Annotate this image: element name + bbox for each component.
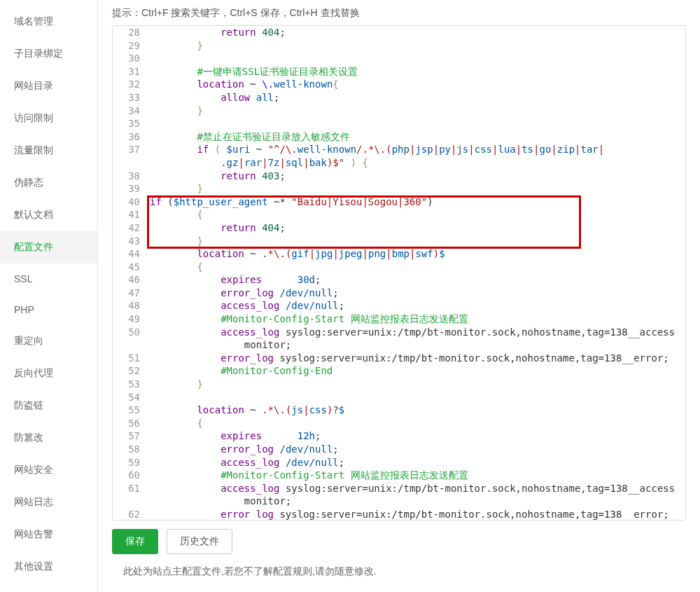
line-content[interactable]: return 404; xyxy=(147,221,685,235)
save-button[interactable]: 保存 xyxy=(112,529,158,554)
code-line[interactable]: 61 access_log syslog:server=unix:/tmp/bt… xyxy=(113,482,685,495)
line-number: 54 xyxy=(113,391,147,404)
code-line[interactable]: 58 error_log /dev/null; xyxy=(113,443,685,456)
line-content[interactable]: { xyxy=(147,417,685,430)
code-line[interactable]: 31 #一键申请SSL证书验证目录相关设置 xyxy=(113,65,685,78)
sidebar-item-7[interactable]: 配置文件 xyxy=(0,231,97,263)
line-content[interactable]: return 403; xyxy=(147,170,685,183)
line-content[interactable]: } xyxy=(147,235,685,248)
line-content[interactable]: allow all; xyxy=(147,91,685,104)
code-line[interactable]: 47 error_log /dev/null; xyxy=(113,287,685,300)
sidebar-item-5[interactable]: 伪静态 xyxy=(0,167,97,199)
line-content[interactable]: expires 30d; xyxy=(147,273,685,287)
line-content[interactable]: error_log /dev/null; xyxy=(147,287,685,300)
line-content[interactable]: expires 12h; xyxy=(147,429,685,443)
sidebar-item-6[interactable]: 默认文档 xyxy=(0,199,97,231)
line-content[interactable]: #禁止在证书验证目录放入敏感文件 xyxy=(147,130,685,144)
code-line[interactable]: 46 expires 30d; xyxy=(113,273,685,287)
line-content[interactable]: access_log /dev/null; xyxy=(147,456,685,469)
line-number: 52 xyxy=(113,364,147,378)
code-line[interactable]: 44 location ~ .*\.(gif|jpg|jpeg|png|bmp|… xyxy=(113,247,685,261)
sidebar-item-15[interactable]: 网站日志 xyxy=(0,486,97,518)
sidebar-item-1[interactable]: 子目录绑定 xyxy=(0,38,97,70)
code-line[interactable]: 54 xyxy=(113,391,685,404)
sidebar-item-8[interactable]: SSL xyxy=(0,263,97,294)
line-content[interactable]: monitor; xyxy=(147,338,685,352)
code-line[interactable]: 60 #Monitor-Config-Start 网站监控报表日志发送配置 xyxy=(113,469,685,482)
code-line[interactable]: 39 } xyxy=(113,182,685,195)
line-content[interactable] xyxy=(147,52,685,65)
code-line[interactable]: 28 return 404; xyxy=(113,26,685,39)
code-line[interactable]: 50 access_log syslog:server=unix:/tmp/bt… xyxy=(113,326,685,339)
code-line[interactable]: 35 xyxy=(113,117,685,130)
code-line[interactable]: 43 } xyxy=(113,235,685,248)
code-line[interactable]: 45 { xyxy=(113,261,685,274)
line-content[interactable]: #一键申请SSL证书验证目录相关设置 xyxy=(147,65,685,78)
sidebar-item-13[interactable]: 防篡改 xyxy=(0,422,97,454)
code-line[interactable]: monitor; xyxy=(113,495,685,508)
line-content[interactable]: location ~ \.well-known{ xyxy=(147,78,685,91)
line-content[interactable]: #Monitor-Config-Start 网站监控报表日志发送配置 xyxy=(147,312,685,326)
line-content[interactable]: access_log syslog:server=unix:/tmp/bt-mo… xyxy=(147,326,685,339)
code-line[interactable]: .gz|rar|7z|sql|bak)$" ) { xyxy=(113,156,685,170)
sidebar-item-3[interactable]: 访问限制 xyxy=(0,102,97,135)
line-content[interactable]: { xyxy=(147,208,685,221)
sidebar-item-17[interactable]: 其他设置 xyxy=(0,551,97,583)
line-content[interactable]: if ($http_user_agent ~* "Baidu|Yisou|Sog… xyxy=(147,195,685,209)
sidebar-item-12[interactable]: 防盗链 xyxy=(0,390,97,422)
line-content[interactable]: } xyxy=(147,104,685,118)
code-line[interactable]: 55 location ~ .*\.(js|css)?$ xyxy=(113,404,685,417)
line-content[interactable]: monitor; xyxy=(147,495,685,508)
line-content[interactable]: error_log syslog:server=unix:/tmp/bt-mon… xyxy=(147,508,685,520)
code-line[interactable]: monitor; xyxy=(113,338,685,352)
code-line[interactable]: 53 } xyxy=(113,378,685,391)
sidebar-item-2[interactable]: 网站目录 xyxy=(0,70,97,102)
line-content[interactable]: #Monitor-Config-Start 网站监控报表日志发送配置 xyxy=(147,469,685,482)
code-line[interactable]: 37 if ( $uri ~ "^/\.well-known/.*\.(php|… xyxy=(113,143,685,156)
line-content[interactable] xyxy=(147,391,685,404)
sidebar-item-14[interactable]: 网站安全 xyxy=(0,454,97,486)
line-content[interactable] xyxy=(147,117,685,130)
sidebar-item-9[interactable]: PHP xyxy=(0,294,97,325)
code-line[interactable]: 42 return 404; xyxy=(113,221,685,235)
code-line[interactable]: 48 access_log /dev/null; xyxy=(113,299,685,312)
line-content[interactable]: access_log syslog:server=unix:/tmp/bt-mo… xyxy=(147,482,685,495)
code-line[interactable]: 62 error_log syslog:server=unix:/tmp/bt-… xyxy=(113,508,685,520)
code-line[interactable]: 33 allow all; xyxy=(113,91,685,104)
line-content[interactable]: .gz|rar|7z|sql|bak)$" ) { xyxy=(147,156,685,170)
line-content[interactable]: } xyxy=(147,39,685,53)
sidebar-item-16[interactable]: 网站告警 xyxy=(0,518,97,551)
code-line[interactable]: 36 #禁止在证书验证目录放入敏感文件 xyxy=(113,130,685,144)
sidebar-item-11[interactable]: 反向代理 xyxy=(0,357,97,390)
code-line[interactable]: 40if ($http_user_agent ~* "Baidu|Yisou|S… xyxy=(113,195,685,209)
line-content[interactable]: if ( $uri ~ "^/\.well-known/.*\.(php|jsp… xyxy=(147,143,685,156)
code-line[interactable]: 56 { xyxy=(113,417,685,430)
line-content[interactable]: location ~ .*\.(gif|jpg|jpeg|png|bmp|swf… xyxy=(147,247,685,261)
line-content[interactable]: error_log /dev/null; xyxy=(147,443,685,456)
line-content[interactable]: { xyxy=(147,261,685,274)
code-line[interactable]: 59 access_log /dev/null; xyxy=(113,456,685,469)
code-line[interactable]: 41 { xyxy=(113,208,685,221)
code-line[interactable]: 34 } xyxy=(113,104,685,118)
line-content[interactable]: } xyxy=(147,182,685,195)
line-content[interactable]: #Monitor-Config-End xyxy=(147,364,685,378)
code-line[interactable]: 52 #Monitor-Config-End xyxy=(113,364,685,378)
code-line[interactable]: 57 expires 12h; xyxy=(113,429,685,443)
line-number: 35 xyxy=(113,117,147,130)
sidebar-item-0[interactable]: 域名管理 xyxy=(0,6,97,38)
code-line[interactable]: 49 #Monitor-Config-Start 网站监控报表日志发送配置 xyxy=(113,312,685,326)
config-editor[interactable]: 28 return 404;29 }3031 #一键申请SSL证书验证目录相关设… xyxy=(112,25,686,521)
code-line[interactable]: 30 xyxy=(113,52,685,65)
line-content[interactable]: access_log /dev/null; xyxy=(147,299,685,312)
code-line[interactable]: 51 error_log syslog:server=unix:/tmp/bt-… xyxy=(113,352,685,365)
sidebar-item-10[interactable]: 重定向 xyxy=(0,325,97,357)
code-line[interactable]: 32 location ~ \.well-known{ xyxy=(113,78,685,91)
history-button[interactable]: 历史文件 xyxy=(167,529,232,554)
line-content[interactable]: location ~ .*\.(js|css)?$ xyxy=(147,404,685,417)
sidebar-item-4[interactable]: 流量限制 xyxy=(0,135,97,167)
line-content[interactable]: error_log syslog:server=unix:/tmp/bt-mon… xyxy=(147,352,685,365)
line-content[interactable]: } xyxy=(147,378,685,391)
code-line[interactable]: 29 } xyxy=(113,39,685,53)
code-line[interactable]: 38 return 403; xyxy=(113,170,685,183)
line-content[interactable]: return 404; xyxy=(147,26,685,39)
